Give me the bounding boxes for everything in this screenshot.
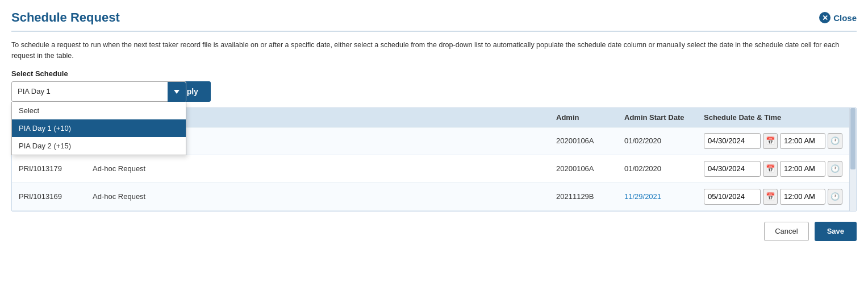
- cell-spacer-1: [199, 127, 549, 155]
- calendar-icon-2[interactable]: 📅: [763, 161, 778, 177]
- save-button[interactable]: Save: [815, 222, 857, 241]
- col-header-schedule: Schedule Date & Time: [697, 108, 856, 127]
- dropdown-selected-value: PIA Day 1: [18, 87, 186, 96]
- page-title: Schedule Request: [11, 10, 120, 25]
- dropdown-option-pia-day1[interactable]: PIA Day 1 (+10): [12, 119, 186, 137]
- scrollbar-thumb[interactable]: [850, 108, 856, 170]
- close-icon: ✕: [819, 12, 831, 23]
- cell-request-3: PRI/1013169: [12, 183, 86, 210]
- cell-start-2: 01/02/2020: [617, 155, 697, 183]
- cell-admin-1: 20200106A: [549, 127, 617, 155]
- admin-start-link-3[interactable]: 11/29/2021: [624, 192, 661, 201]
- cell-admin-2: 20200106A: [549, 155, 617, 183]
- date-input-2[interactable]: [704, 161, 761, 177]
- cell-start-3: 11/29/2021: [617, 183, 697, 210]
- schedule-dropdown-menu: Select PIA Day 1 (+10) PIA Day 2 (+15): [11, 102, 186, 155]
- scrollbar[interactable]: [849, 108, 856, 211]
- footer-row: Cancel Save: [11, 218, 857, 241]
- cell-admin-3: 20211129B: [549, 183, 617, 210]
- cell-spacer-3: [199, 183, 549, 210]
- date-input-3[interactable]: [704, 189, 761, 205]
- table-row: PRI/1013169 Ad-hoc Request 20211129B 11/…: [12, 183, 856, 210]
- col-header-admin-start: Admin Start Date: [617, 108, 697, 127]
- close-button[interactable]: ✕ Close: [819, 12, 857, 23]
- close-label: Close: [833, 13, 857, 23]
- cell-schedule-1: 📅 🕐: [697, 127, 856, 155]
- cell-schedule-3: 📅 🕐: [697, 183, 856, 210]
- cell-start-1: 01/02/2020: [617, 127, 697, 155]
- header-row: Schedule Request ✕ Close: [11, 10, 857, 32]
- schedule-dropdown-wrapper: PIA Day 1 Select PIA Day 1 (+10) PIA Day…: [11, 81, 159, 102]
- dropdown-option-pia-day2[interactable]: PIA Day 2 (+15): [12, 137, 186, 155]
- select-schedule-label: Select Schedule: [11, 69, 857, 78]
- cancel-button[interactable]: Cancel: [764, 222, 808, 241]
- col-header-admin: Admin: [549, 108, 617, 127]
- page-container: Schedule Request ✕ Close To schedule a r…: [0, 0, 868, 286]
- table-row: PRI/1013179 Ad-hoc Request 20200106A 01/…: [12, 155, 856, 183]
- time-input-3[interactable]: [780, 189, 825, 205]
- cell-schedule-2: 📅 🕐: [697, 155, 856, 183]
- date-input-1[interactable]: [704, 133, 761, 149]
- cell-spacer-2: [199, 155, 549, 183]
- calendar-icon-3[interactable]: 📅: [763, 189, 778, 205]
- clock-icon-1[interactable]: 🕐: [828, 133, 842, 149]
- description-text: To schedule a request to run when the ne…: [11, 40, 857, 61]
- time-input-2[interactable]: [780, 161, 825, 177]
- cell-type-2: Ad-hoc Request: [86, 155, 199, 183]
- cell-request-2: PRI/1013179: [12, 155, 86, 183]
- dropdown-option-select[interactable]: Select: [12, 102, 186, 119]
- calendar-icon-1[interactable]: 📅: [763, 133, 778, 149]
- col-header-spacer: [199, 108, 549, 127]
- clock-icon-2[interactable]: 🕐: [828, 161, 842, 177]
- clock-icon-3[interactable]: 🕐: [828, 189, 842, 205]
- schedule-controls: PIA Day 1 Select PIA Day 1 (+10) PIA Day…: [11, 81, 857, 102]
- time-input-1[interactable]: [780, 133, 825, 149]
- cell-type-3: Ad-hoc Request: [86, 183, 199, 210]
